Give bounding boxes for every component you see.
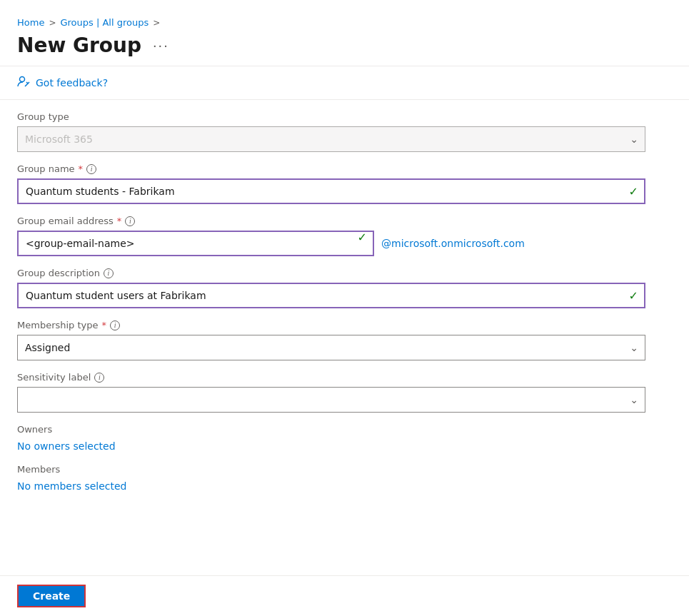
owners-link[interactable]: No owners selected	[17, 440, 116, 452]
sensitivity-label-field: Sensitivity label i ⌄	[17, 372, 645, 413]
breadcrumb-sep1: >	[49, 18, 56, 28]
sensitivity-label-dropdown[interactable]	[17, 387, 645, 413]
members-label: Members	[17, 464, 645, 475]
feedback-bar: Got feedback?	[0, 66, 689, 100]
group-description-input-wrapper: ✓	[17, 283, 645, 308]
group-email-required: *	[117, 216, 122, 226]
breadcrumb-sep2: >	[153, 18, 160, 28]
ellipsis-button[interactable]: ···	[150, 36, 172, 55]
group-name-input[interactable]	[17, 178, 645, 204]
group-description-info-icon: i	[104, 268, 114, 278]
group-email-input-wrapper: ✓	[17, 231, 374, 256]
group-name-info-icon: i	[86, 164, 96, 174]
bottom-bar: Create	[0, 575, 689, 616]
group-email-label: Group email address * i	[17, 216, 645, 226]
group-email-suffix: @microsoft.onmicrosoft.com	[381, 238, 525, 249]
feedback-link[interactable]: Got feedback?	[36, 77, 108, 89]
group-description-label: Group description i	[17, 268, 645, 278]
group-description-input[interactable]	[17, 283, 645, 308]
main-content: Home > Groups | All groups > New Group ·…	[0, 0, 689, 616]
members-field: Members No members selected	[17, 464, 645, 493]
group-type-dropdown-wrapper: Microsoft 365 ⌄	[17, 126, 645, 152]
membership-type-field: Membership type * i Assigned ⌄	[17, 320, 645, 360]
members-link[interactable]: No members selected	[17, 480, 126, 492]
group-name-check-icon: ✓	[629, 185, 638, 198]
group-description-field: Group description i ✓	[17, 268, 645, 308]
group-name-input-wrapper: ✓	[17, 178, 645, 204]
sensitivity-label-dropdown-wrapper: ⌄	[17, 387, 645, 413]
breadcrumb: Home > Groups | All groups >	[0, 11, 689, 31]
group-description-check-icon: ✓	[629, 289, 638, 303]
membership-type-dropdown-wrapper: Assigned ⌄	[17, 335, 645, 360]
owners-field: Owners No owners selected	[17, 424, 645, 453]
group-name-field: Group name * i ✓	[17, 163, 645, 204]
owners-label: Owners	[17, 424, 645, 435]
membership-type-dropdown[interactable]: Assigned	[17, 335, 645, 360]
group-name-required: *	[79, 163, 84, 174]
group-email-check-icon: ✓	[358, 231, 367, 244]
group-email-input[interactable]	[17, 231, 374, 256]
new-group-window: Home > Groups | All groups > New Group ·…	[0, 0, 689, 616]
sensitivity-label-info-icon: i	[94, 373, 104, 383]
breadcrumb-home[interactable]: Home	[17, 17, 44, 28]
group-type-field: Group type Microsoft 365 ⌄	[17, 111, 645, 152]
group-name-label: Group name * i	[17, 163, 645, 174]
form-area: Group type Microsoft 365 ⌄ Group name *	[17, 111, 645, 493]
membership-type-label: Membership type * i	[17, 320, 645, 330]
group-email-field: Group email address * i ✓ @microsoft.onm…	[17, 216, 645, 256]
form-scroll-area[interactable]: Group type Microsoft 365 ⌄ Group name *	[0, 100, 689, 575]
group-email-row: ✓ @microsoft.onmicrosoft.com	[17, 231, 645, 256]
group-type-dropdown[interactable]: Microsoft 365	[17, 126, 645, 152]
group-type-label: Group type	[17, 111, 645, 122]
page-header: New Group ···	[0, 31, 689, 66]
create-button[interactable]: Create	[17, 585, 86, 607]
sensitivity-label-label: Sensitivity label i	[17, 372, 645, 383]
svg-point-0	[20, 77, 25, 82]
breadcrumb-groups[interactable]: Groups | All groups	[60, 17, 149, 28]
page-title: New Group	[17, 34, 141, 57]
feedback-icon	[17, 75, 30, 91]
group-email-info-icon: i	[125, 216, 135, 226]
membership-type-required: *	[102, 320, 107, 330]
membership-type-info-icon: i	[110, 320, 120, 330]
